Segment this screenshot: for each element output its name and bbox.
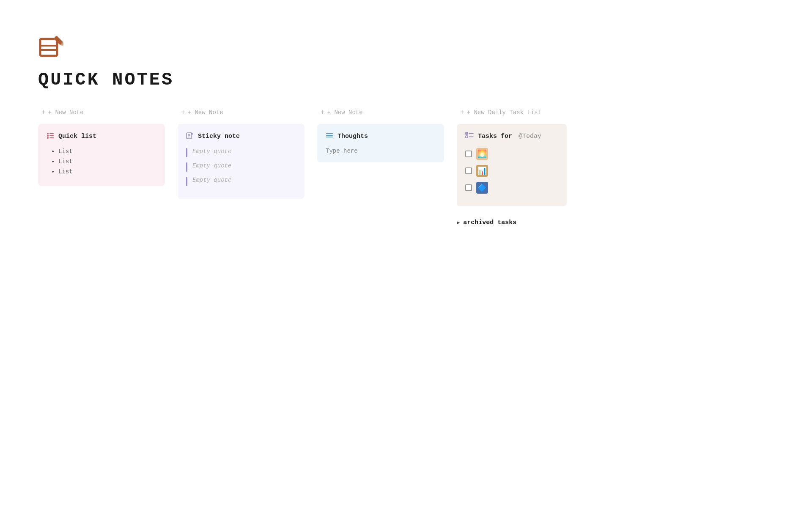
thoughts-title: Thoughts xyxy=(337,133,368,140)
quote-bar xyxy=(186,177,187,186)
column-2: + + New Note Sticky note xyxy=(178,107,304,199)
task-emoji-3: 🔷 xyxy=(476,182,488,194)
svg-rect-21 xyxy=(466,136,468,138)
card-header-3: Thoughts xyxy=(326,132,436,141)
svg-point-10 xyxy=(47,137,49,139)
task-checkbox-3[interactable] xyxy=(465,184,472,191)
tasks-title: Tasks for @Today xyxy=(478,133,541,140)
new-note-button-2[interactable]: + + New Note xyxy=(178,107,304,118)
thoughts-icon xyxy=(326,132,333,141)
list-item: List xyxy=(58,168,156,175)
quick-list-title: Quick list xyxy=(58,133,96,140)
quicklist-icon xyxy=(47,132,54,141)
quote-text-3: Empty quote xyxy=(192,177,231,184)
task-emoji-2: 📊 xyxy=(476,165,488,177)
sticky-note-title: Sticky note xyxy=(198,133,240,140)
quick-list-items: List List List xyxy=(47,148,156,175)
tasks-header: Tasks for @Today xyxy=(465,132,558,141)
archived-tasks[interactable]: ▶ archived tasks xyxy=(457,217,567,228)
column-4: + + New Daily Task List xyxy=(457,107,567,228)
column-3: + + New Note Thoughts Type here xyxy=(317,107,444,162)
card-header-1: Quick list xyxy=(47,132,156,141)
new-note-button-1[interactable]: + + New Note xyxy=(38,107,165,118)
plus-icon-1: + xyxy=(41,109,46,116)
svg-point-6 xyxy=(47,133,49,134)
tasks-icon xyxy=(465,132,474,141)
svg-rect-11 xyxy=(49,137,54,138)
app-logo xyxy=(38,34,774,70)
plus-icon-2: + xyxy=(181,109,185,116)
quote-1: Empty quote xyxy=(186,148,296,157)
plus-icon-4: + xyxy=(460,109,464,116)
sticky-note-card: Sticky note Empty quote Empty quote Empt… xyxy=(178,124,304,199)
svg-rect-9 xyxy=(49,135,54,136)
card-header-2: Sticky note xyxy=(186,132,296,141)
plus-icon-3: + xyxy=(321,109,325,116)
page-container: QUICK NOTES + + New Note xyxy=(0,0,812,262)
new-daily-task-button[interactable]: + + New Daily Task List xyxy=(457,107,567,118)
list-item: List xyxy=(58,148,156,155)
triangle-icon: ▶ xyxy=(457,219,460,226)
quote-2: Empty quote xyxy=(186,162,296,172)
tasks-today-label: @Today xyxy=(518,133,541,140)
quote-text-1: Empty quote xyxy=(192,148,231,155)
svg-point-8 xyxy=(47,135,49,137)
columns-container: + + New Note Quick l xyxy=(38,107,774,228)
new-note-button-3[interactable]: + + New Note xyxy=(317,107,444,118)
svg-rect-7 xyxy=(49,133,54,134)
quote-text-2: Empty quote xyxy=(192,162,231,169)
task-row-2: 📊 xyxy=(465,165,558,177)
task-emoji-1: 🌅 xyxy=(476,148,488,160)
sticky-note-icon xyxy=(186,132,194,141)
quote-bar xyxy=(186,162,187,172)
page-title: QUICK NOTES xyxy=(38,70,774,90)
thoughts-placeholder: Type here xyxy=(326,148,358,154)
quote-3: Empty quote xyxy=(186,177,296,186)
svg-rect-0 xyxy=(40,39,57,56)
column-1: + + New Note Quick l xyxy=(38,107,165,186)
list-item: List xyxy=(58,158,156,165)
task-checkbox-2[interactable] xyxy=(465,167,472,174)
archived-tasks-label: archived tasks xyxy=(463,219,516,226)
task-row-1: 🌅 xyxy=(465,148,558,160)
quick-list-card: Quick list List List List xyxy=(38,124,165,186)
thoughts-card: Thoughts Type here xyxy=(317,124,444,162)
task-checkbox-1[interactable] xyxy=(465,151,472,157)
tasks-card: Tasks for @Today 🌅 📊 🔷 xyxy=(457,124,567,206)
task-row-3: 🔷 xyxy=(465,182,558,194)
quote-bar xyxy=(186,148,187,157)
